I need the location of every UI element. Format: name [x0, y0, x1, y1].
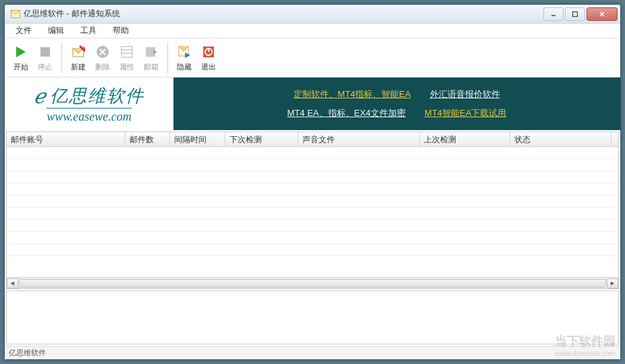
menu-edit[interactable]: 编辑 [43, 24, 70, 38]
log-panel[interactable] [6, 291, 619, 344]
svg-rect-2 [573, 11, 578, 16]
menu-help[interactable]: 帮助 [107, 24, 134, 38]
grid-header: 邮件账号邮件数间隔时间下次检测声音文件上次检测状态 [7, 132, 618, 147]
horizontal-scrollbar[interactable]: ◄ ► [7, 277, 618, 289]
grid-col-2[interactable]: 间隔时间 [170, 132, 225, 146]
table-row[interactable] [7, 195, 618, 208]
grid-col-5[interactable]: 上次检测 [420, 132, 510, 146]
grid-col-1[interactable]: 邮件数 [126, 132, 170, 146]
props-icon [118, 43, 136, 61]
delete-icon [94, 43, 111, 61]
props-label: 属性 [119, 62, 134, 72]
banner: ℯ 亿思维软件 www.easewe.com 定制软件、MT4指标、智能EA 外… [5, 78, 620, 130]
props-button[interactable]: 属性 [115, 42, 139, 73]
maximize-button[interactable] [565, 7, 585, 21]
start-label: 开始 [13, 62, 28, 72]
titlebar[interactable]: 亿思维软件 - 邮件通知系统 [5, 5, 620, 24]
menu-file[interactable]: 文件 [10, 24, 37, 38]
app-icon [10, 9, 21, 20]
banner-links: 定制软件、MT4指标、智能EA 外汇语音报价软件 MT4 EA、指标、EX4文件… [173, 78, 620, 130]
toolbar: 开始 停止 新建 删除 属性 邮箱 [5, 38, 620, 78]
stop-icon [36, 43, 54, 61]
table-row[interactable] [7, 232, 618, 244]
menu-tools[interactable]: 工具 [75, 24, 102, 38]
exit-button[interactable]: 退出 [196, 42, 221, 73]
new-label: 新建 [71, 62, 86, 72]
banner-link-voice[interactable]: 外汇语音报价软件 [430, 88, 500, 100]
new-icon [70, 43, 87, 61]
stop-button[interactable]: 停止 [33, 42, 57, 73]
scroll-thumb[interactable] [19, 279, 606, 288]
close-button[interactable] [587, 7, 618, 21]
grid-col-4[interactable]: 声音文件 [298, 132, 420, 146]
delete-button[interactable]: 删除 [90, 42, 115, 73]
play-icon [12, 43, 30, 61]
new-button[interactable]: 新建 [66, 42, 90, 73]
statusbar: 亿思维软件 [5, 346, 620, 359]
table-row[interactable] [7, 171, 618, 183]
svg-rect-10 [121, 47, 132, 57]
table-row[interactable] [7, 147, 618, 159]
scroll-right-icon[interactable]: ► [607, 278, 618, 289]
mailbox-label: 邮箱 [144, 62, 159, 72]
mailbox-icon [142, 43, 160, 61]
hide-label: 隐藏 [177, 62, 192, 72]
status-text: 亿思维软件 [9, 348, 46, 358]
grid-body[interactable] [7, 147, 618, 277]
exit-label: 退出 [201, 62, 216, 72]
app-window: 亿思维软件 - 邮件通知系统 文件 编辑 工具 帮助 开始 停止 [4, 4, 621, 360]
hide-icon [175, 43, 193, 61]
banner-link-encrypt[interactable]: MT4 EA、指标、EX4文件加密 [288, 107, 406, 119]
start-button[interactable]: 开始 [9, 42, 33, 73]
banner-link-download[interactable]: MT4智能EA下载试用 [425, 107, 506, 119]
hide-button[interactable]: 隐藏 [172, 42, 196, 73]
minimize-button[interactable] [543, 7, 564, 21]
grid-col-3[interactable]: 下次检测 [225, 132, 298, 146]
grid-panel: 邮件账号邮件数间隔时间下次检测声音文件上次检测状态 ◄ ► [6, 131, 619, 289]
brand-block: ℯ 亿思维软件 www.easewe.com [5, 78, 173, 130]
stop-label: 停止 [38, 62, 53, 72]
grid-col-6[interactable]: 状态 [510, 132, 612, 146]
exit-icon [200, 43, 217, 61]
table-row[interactable] [7, 183, 618, 195]
brand-url: www.easewe.com [47, 108, 132, 124]
brand-mark-icon: ℯ [34, 84, 46, 108]
table-row[interactable] [7, 220, 618, 232]
table-row[interactable] [7, 208, 618, 220]
banner-link-custom[interactable]: 定制软件、MT4指标、智能EA [294, 88, 410, 100]
brand-cn: 亿思维软件 [50, 84, 144, 108]
svg-rect-5 [40, 47, 50, 57]
delete-label: 删除 [95, 62, 110, 72]
mailbox-button[interactable]: 邮箱 [139, 42, 163, 73]
scroll-left-icon[interactable]: ◄ [7, 278, 18, 289]
table-row[interactable] [7, 244, 618, 256]
table-row[interactable] [7, 159, 618, 171]
menubar: 文件 编辑 工具 帮助 [5, 24, 620, 38]
window-title: 亿思维软件 - 邮件通知系统 [24, 8, 120, 20]
grid-col-0[interactable]: 邮件账号 [7, 132, 126, 146]
